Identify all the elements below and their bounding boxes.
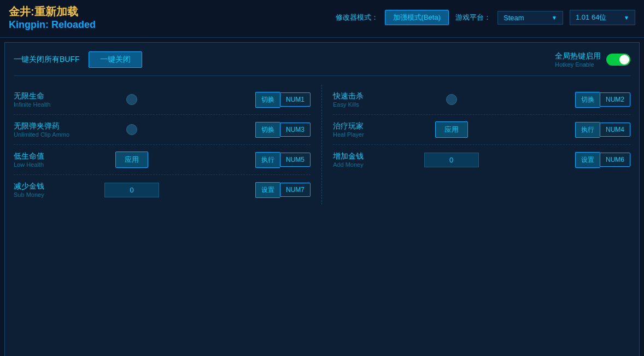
top-bar: 一键关闭所有BUFF 一键关闭 全局热键启用 Hotkey Enable	[14, 51, 630, 76]
feature-add-money: 增加金钱 Add Money 设置 NUM6	[333, 145, 630, 174]
unlimited-ammo-key: NUM3	[280, 122, 311, 137]
platform-label: 游戏平台：	[455, 13, 491, 22]
low-health-apply-btn[interactable]: 应用	[115, 151, 148, 168]
platform-select[interactable]: Steam ▼	[497, 11, 563, 25]
feature-info: 低生命值 Low Health	[14, 151, 110, 168]
add-money-action-btn[interactable]: 设置	[575, 152, 600, 168]
hotkey-sublabel: Hotkey Enable	[555, 61, 601, 68]
chevron-down-icon: ▼	[552, 15, 557, 21]
infinite-health-key: NUM1	[280, 92, 311, 107]
key-group: 执行 NUM4	[575, 122, 630, 138]
key-group: 执行 NUM5	[255, 152, 311, 168]
header-top-row: 金井:重新加载 Kingpin: Reloaded 修改器模式： 加强模式(Be…	[9, 4, 635, 31]
unlimited-ammo-toggle[interactable]	[126, 124, 137, 135]
mode-button[interactable]: 加强模式(Beta)	[385, 10, 449, 25]
feature-name-cn: 无限生命	[14, 91, 121, 101]
feature-name-en: Heal Player	[333, 131, 430, 138]
feature-name-cn: 无限弹夹弹药	[14, 121, 121, 131]
disable-all-label: 一键关闭所有BUFF	[14, 55, 80, 65]
add-money-input[interactable]	[424, 153, 479, 167]
app-header: 金井:重新加载 Kingpin: Reloaded 修改器模式： 加强模式(Be…	[0, 0, 644, 38]
heal-player-key: NUM4	[600, 122, 630, 137]
key-group: 设置 NUM6	[575, 152, 630, 168]
easy-kills-key: NUM2	[600, 92, 630, 107]
feature-name-en: Sub Money	[14, 191, 99, 198]
disable-all-section: 一键关闭所有BUFF 一键关闭	[14, 51, 142, 68]
right-features: 快速击杀 Easy Kills 切换 NUM2 治疗玩家 Heal Player…	[322, 85, 630, 205]
header-controls: 修改器模式： 加强模式(Beta) 游戏平台： Steam ▼ 1.01 64位…	[336, 10, 635, 25]
feature-name-cn: 低生命值	[14, 151, 110, 161]
mode-label: 修改器模式：	[336, 13, 378, 22]
easy-kills-toggle[interactable]	[446, 94, 457, 105]
title-section: 金井:重新加载 Kingpin: Reloaded	[9, 4, 96, 31]
feature-name-en: Add Money	[333, 161, 419, 168]
low-health-action-btn[interactable]: 执行	[255, 152, 280, 168]
chevron-down-icon: ▼	[624, 15, 629, 21]
easy-kills-action-btn[interactable]: 切换	[575, 92, 600, 108]
feature-unlimited-ammo: 无限弹夹弹药 Unlimited Clip Ammo 切换 NUM3	[14, 115, 311, 145]
unlimited-ammo-action-btn[interactable]: 切换	[255, 122, 280, 138]
key-group: 切换 NUM2	[575, 92, 630, 108]
heal-player-apply-btn[interactable]: 应用	[435, 121, 468, 138]
title-chinese: 金井:重新加载	[9, 4, 96, 19]
version-select[interactable]: 1.01 64位 ▼	[570, 10, 635, 25]
hotkey-label-group: 全局热键启用 Hotkey Enable	[555, 51, 601, 68]
feature-name-cn: 减少金钱	[14, 182, 99, 191]
feature-info: 快速击杀 Easy Kills	[333, 91, 441, 108]
feature-name-en: Infinite Health	[14, 101, 121, 108]
feature-info: 增加金钱 Add Money	[333, 151, 419, 168]
feature-easy-kills: 快速击杀 Easy Kills 切换 NUM2	[333, 85, 630, 115]
feature-name-en: Unlimited Clip Ammo	[14, 131, 121, 138]
key-group: 切换 NUM3	[255, 122, 311, 138]
feature-name-cn: 治疗玩家	[333, 121, 430, 131]
platform-value: Steam	[504, 14, 524, 22]
disable-all-button[interactable]: 一键关闭	[89, 51, 142, 68]
sub-money-action-btn[interactable]: 设置	[255, 182, 280, 198]
left-features: 无限生命 Infinite Health 切换 NUM1 无限弹夹弹药 Unli…	[14, 85, 322, 205]
key-group: 设置 NUM7	[255, 182, 311, 198]
title-english: Kingpin: Reloaded	[9, 19, 96, 31]
hotkey-section: 全局热键启用 Hotkey Enable	[555, 51, 630, 68]
add-money-key: NUM6	[600, 153, 630, 167]
infinite-health-action-btn[interactable]: 切换	[255, 92, 280, 108]
feature-info: 减少金钱 Sub Money	[14, 182, 99, 198]
feature-sub-money: 减少金钱 Sub Money 设置 NUM7	[14, 175, 311, 205]
feature-info: 无限生命 Infinite Health	[14, 91, 121, 108]
feature-name-en: Easy Kills	[333, 101, 441, 108]
heal-player-action-btn[interactable]: 执行	[575, 122, 600, 138]
feature-low-health: 低生命值 Low Health 应用 执行 NUM5	[14, 145, 311, 175]
sub-money-input[interactable]	[104, 183, 159, 197]
hotkey-label: 全局热键启用	[555, 51, 601, 61]
version-value: 1.01 64位	[576, 13, 606, 22]
feature-name-en: Low Health	[14, 161, 110, 168]
feature-heal-player: 治疗玩家 Heal Player 应用 执行 NUM4	[333, 115, 630, 145]
features-grid: 无限生命 Infinite Health 切换 NUM1 无限弹夹弹药 Unli…	[14, 85, 630, 205]
feature-infinite-health: 无限生命 Infinite Health 切换 NUM1	[14, 85, 311, 115]
feature-name-cn: 快速击杀	[333, 91, 441, 101]
key-group: 切换 NUM1	[255, 92, 311, 108]
toggle-knob	[619, 55, 629, 65]
hotkey-toggle[interactable]	[606, 54, 630, 66]
feature-name-cn: 增加金钱	[333, 151, 419, 161]
low-health-key: NUM5	[280, 153, 311, 167]
feature-info: 无限弹夹弹药 Unlimited Clip Ammo	[14, 121, 121, 138]
main-panel: 一键关闭所有BUFF 一键关闭 全局热键启用 Hotkey Enable 无限生…	[4, 42, 640, 356]
sub-money-key: NUM7	[280, 183, 311, 197]
feature-info: 治疗玩家 Heal Player	[333, 121, 430, 138]
infinite-health-toggle[interactable]	[126, 94, 137, 105]
